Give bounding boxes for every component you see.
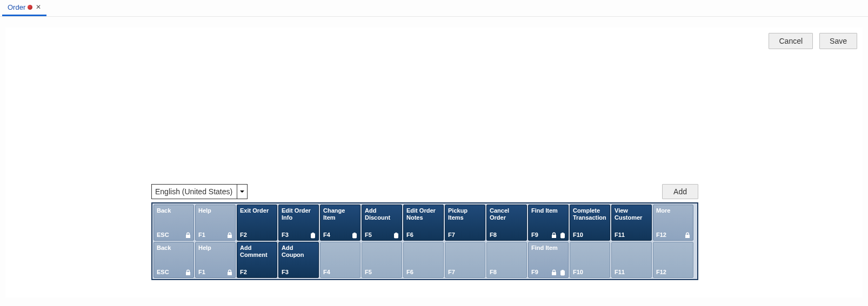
key-label: Change Item bbox=[323, 207, 357, 221]
key-shortcut: F11 bbox=[615, 232, 625, 238]
key-shortcut: F3 bbox=[282, 269, 289, 275]
function-key-f9[interactable]: Find ItemF9 bbox=[528, 205, 569, 241]
key-shortcut: F12 bbox=[656, 232, 666, 238]
key-shortcut: F4 bbox=[323, 232, 330, 238]
function-key-f3[interactable]: Edit Order InfoF3 bbox=[278, 205, 319, 241]
key-label: Edit Order Notes bbox=[406, 207, 440, 221]
tab-order[interactable]: Order ✕ bbox=[2, 0, 46, 16]
function-key-empty-f5: F5 bbox=[362, 242, 402, 278]
dirty-indicator-icon bbox=[28, 5, 32, 10]
key-label: View Customer bbox=[615, 207, 649, 221]
key-shortcut: F5 bbox=[365, 269, 372, 275]
function-key-empty-f8: F8 bbox=[486, 242, 527, 278]
key-icons bbox=[551, 269, 566, 276]
key-label: Find Item bbox=[531, 207, 565, 214]
trash-icon[interactable] bbox=[393, 232, 399, 239]
function-key-f7[interactable]: Pickup ItemsF7 bbox=[445, 205, 485, 241]
key-shortcut: F12 bbox=[656, 269, 666, 275]
trash-icon[interactable] bbox=[559, 232, 566, 239]
key-shortcut: F4 bbox=[323, 269, 330, 275]
key-icons bbox=[226, 232, 233, 239]
key-row: BackESCHelpF1Add CommentF2Add CouponF3F4… bbox=[153, 242, 696, 278]
key-shortcut: F9 bbox=[531, 232, 538, 238]
key-shortcut: F5 bbox=[365, 232, 372, 238]
key-shortcut: F1 bbox=[198, 232, 205, 238]
key-row: BackESCHelpF1Exit OrderF2Edit Order Info… bbox=[153, 205, 696, 241]
function-key-empty-f7: F7 bbox=[445, 242, 485, 278]
key-label: Complete Transaction bbox=[573, 207, 607, 221]
svg-rect-3 bbox=[561, 234, 565, 238]
key-icons bbox=[393, 232, 399, 239]
key-label: Find Item bbox=[531, 244, 565, 251]
key-icons bbox=[351, 232, 358, 239]
function-key-empty-f10: F10 bbox=[570, 242, 610, 278]
key-label: Back bbox=[157, 207, 191, 214]
key-shortcut: F6 bbox=[406, 232, 413, 238]
function-key-f11[interactable]: View CustomerF11 bbox=[611, 205, 652, 241]
function-key-f10[interactable]: Complete TransactionF10 bbox=[570, 205, 610, 241]
key-label: Add Comment bbox=[240, 244, 274, 259]
function-key-empty-f6: F6 bbox=[403, 242, 444, 278]
key-shortcut: F10 bbox=[573, 269, 583, 275]
key-icons bbox=[185, 232, 191, 239]
function-key-f3[interactable]: Add CouponF3 bbox=[278, 242, 319, 278]
key-shortcut: F7 bbox=[448, 269, 455, 275]
function-key-f6[interactable]: Edit Order NotesF6 bbox=[403, 205, 444, 241]
key-shortcut: F10 bbox=[573, 232, 583, 238]
work-area: Cancel Save English (United States) Add … bbox=[5, 28, 863, 297]
key-label: Help bbox=[198, 244, 232, 251]
key-shortcut: F3 bbox=[282, 232, 289, 238]
lock-icon bbox=[226, 269, 233, 276]
function-key-empty-f12: F12 bbox=[653, 242, 693, 278]
language-selected-text: English (United States) bbox=[152, 185, 237, 199]
key-label: Exit Order bbox=[240, 207, 274, 214]
key-shortcut: F1 bbox=[198, 269, 205, 275]
language-select[interactable]: English (United States) bbox=[151, 184, 248, 199]
function-key-f9[interactable]: Find ItemF9 bbox=[528, 242, 569, 278]
function-key-f5[interactable]: Add DiscountF5 bbox=[362, 205, 402, 241]
tab-label: Order bbox=[8, 3, 25, 11]
key-shortcut: ESC bbox=[157, 232, 169, 238]
chevron-down-icon bbox=[237, 185, 247, 199]
function-key-empty-f4: F4 bbox=[320, 242, 360, 278]
key-shortcut: F2 bbox=[240, 232, 247, 238]
function-key-f8[interactable]: Cancel OrderF8 bbox=[486, 205, 527, 241]
lock-icon bbox=[684, 232, 691, 239]
trash-icon[interactable] bbox=[351, 232, 358, 239]
function-key-f12[interactable]: MoreF12 bbox=[653, 205, 693, 241]
key-icons bbox=[310, 232, 316, 239]
key-icons bbox=[684, 232, 691, 239]
function-key-esc[interactable]: BackESC bbox=[153, 242, 194, 278]
top-action-buttons: Cancel Save bbox=[769, 33, 857, 49]
key-shortcut: F8 bbox=[490, 232, 497, 238]
key-shortcut: ESC bbox=[157, 269, 169, 275]
svg-rect-2 bbox=[395, 234, 398, 238]
trash-icon[interactable] bbox=[559, 269, 566, 276]
key-shortcut: F11 bbox=[615, 269, 625, 275]
function-key-f4[interactable]: Change ItemF4 bbox=[320, 205, 360, 241]
tab-bar: Order ✕ bbox=[0, 0, 868, 17]
key-icons bbox=[551, 232, 566, 239]
key-label: Pickup Items bbox=[448, 207, 482, 221]
tab-close-icon[interactable]: ✕ bbox=[36, 3, 41, 11]
lock-icon bbox=[226, 232, 233, 239]
function-key-f1[interactable]: HelpF1 bbox=[195, 205, 236, 241]
key-shortcut: F6 bbox=[406, 269, 413, 275]
key-label: Edit Order Info bbox=[282, 207, 316, 221]
key-label: Cancel Order bbox=[490, 207, 524, 221]
function-key-f2[interactable]: Add CommentF2 bbox=[237, 242, 277, 278]
key-label: Add Discount bbox=[365, 207, 399, 221]
function-key-editor: English (United States) Add BackESCHelpF… bbox=[151, 184, 698, 280]
save-button[interactable]: Save bbox=[819, 33, 857, 49]
svg-rect-4 bbox=[561, 271, 565, 275]
cancel-button[interactable]: Cancel bbox=[769, 33, 813, 49]
lock-icon bbox=[185, 232, 191, 239]
lock-icon bbox=[551, 269, 557, 276]
function-key-esc[interactable]: BackESC bbox=[153, 205, 194, 241]
key-label: More bbox=[656, 207, 690, 214]
function-key-empty-f11: F11 bbox=[611, 242, 652, 278]
function-key-f2[interactable]: Exit OrderF2 bbox=[237, 205, 277, 241]
function-key-f1[interactable]: HelpF1 bbox=[195, 242, 236, 278]
trash-icon[interactable] bbox=[310, 232, 316, 239]
add-button[interactable]: Add bbox=[662, 184, 698, 199]
